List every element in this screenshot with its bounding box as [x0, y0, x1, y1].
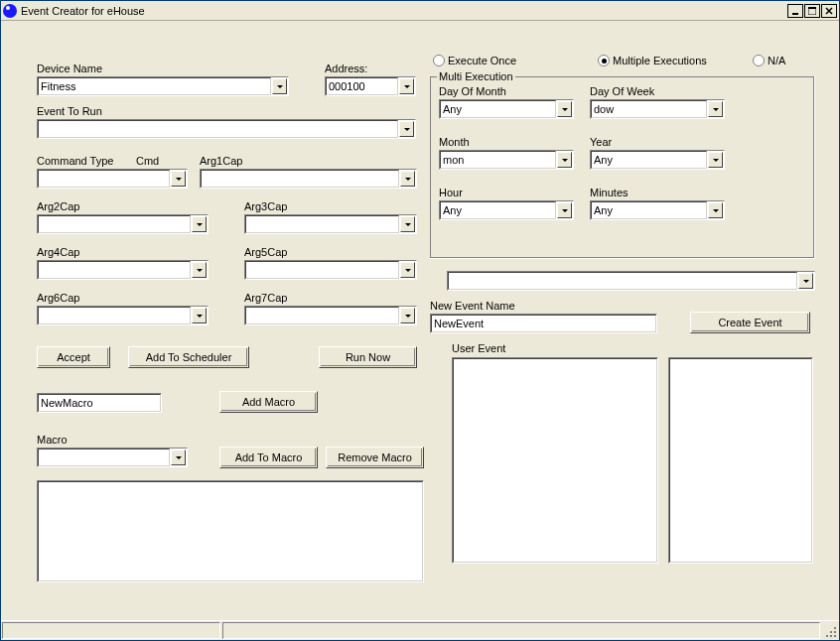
- add-macro-button[interactable]: Add Macro: [219, 391, 318, 413]
- chevron-down-icon[interactable]: [400, 216, 415, 232]
- day-of-month-label: Day Of Month: [439, 85, 506, 97]
- hour-dropdown[interactable]: Any: [439, 200, 574, 220]
- day-of-month-dropdown[interactable]: Any: [439, 99, 574, 119]
- device-name-value: Fitness: [41, 80, 75, 92]
- year-dropdown[interactable]: Any: [590, 150, 725, 170]
- user-event-label: User Event: [452, 342, 505, 354]
- macro-dropdown[interactable]: [37, 448, 188, 467]
- chevron-down-icon[interactable]: [171, 449, 186, 465]
- user-event-list[interactable]: [452, 357, 658, 564]
- titlebar: Event Creator for eHouse: [1, 1, 839, 21]
- svg-rect-2: [808, 7, 816, 9]
- chevron-down-icon[interactable]: [171, 171, 186, 187]
- svg-rect-4: [834, 631, 836, 633]
- new-event-name-input[interactable]: NewEvent: [430, 314, 657, 333]
- arg7-dropdown[interactable]: [244, 306, 417, 325]
- arg2-label: Arg2Cap: [37, 200, 79, 212]
- macro-name-input[interactable]: NewMacro: [37, 393, 162, 413]
- app-window: Event Creator for eHouse Device Name Fit…: [0, 0, 840, 641]
- arg7-label: Arg7Cap: [244, 292, 287, 304]
- remove-macro-button[interactable]: Remove Macro: [326, 447, 424, 468]
- chevron-down-icon[interactable]: [272, 78, 287, 94]
- hour-label: Hour: [439, 187, 463, 198]
- arg2-dropdown[interactable]: [37, 214, 209, 234]
- minutes-dropdown[interactable]: Any: [590, 200, 725, 220]
- arg6-label: Arg6Cap: [37, 292, 79, 304]
- svg-rect-8: [826, 635, 828, 637]
- secondary-list[interactable]: [668, 357, 813, 564]
- radio-icon: [598, 55, 610, 66]
- window-controls: [787, 4, 837, 18]
- svg-rect-7: [830, 631, 832, 633]
- svg-rect-0: [792, 13, 798, 15]
- window-title: Event Creator for eHouse: [21, 5, 787, 17]
- minutes-label: Minutes: [590, 187, 629, 198]
- event-select-dropdown[interactable]: [447, 271, 815, 291]
- address-value: 000100: [329, 80, 365, 92]
- create-event-button[interactable]: Create Event: [690, 312, 810, 333]
- add-to-macro-button[interactable]: Add To Macro: [219, 447, 318, 468]
- accept-button[interactable]: Accept: [37, 346, 110, 368]
- chevron-down-icon[interactable]: [400, 262, 415, 278]
- status-panel-2: [222, 622, 820, 639]
- chevron-down-icon[interactable]: [399, 78, 414, 94]
- arg1-dropdown[interactable]: [200, 169, 417, 189]
- chevron-down-icon[interactable]: [708, 101, 723, 117]
- close-button[interactable]: [821, 4, 837, 18]
- minimize-button[interactable]: [787, 4, 803, 18]
- radio-icon: [433, 55, 445, 66]
- new-event-name-label: New Event Name: [430, 300, 515, 312]
- svg-rect-3: [834, 635, 836, 637]
- client-area: Device Name Fitness Address: 000100 Even…: [1, 21, 839, 620]
- execute-once-radio[interactable]: Execute Once: [433, 55, 516, 66]
- chevron-down-icon[interactable]: [192, 216, 207, 232]
- chevron-down-icon[interactable]: [399, 121, 414, 137]
- run-now-button[interactable]: Run Now: [319, 346, 417, 368]
- macro-list[interactable]: [37, 480, 424, 582]
- arg4-label: Arg4Cap: [37, 246, 79, 258]
- day-of-week-dropdown[interactable]: dow: [590, 99, 725, 119]
- macro-label: Macro: [37, 434, 68, 446]
- command-type-dropdown[interactable]: [37, 169, 188, 189]
- device-name-dropdown[interactable]: Fitness: [37, 76, 289, 96]
- month-dropdown[interactable]: mon: [439, 150, 574, 170]
- arg5-dropdown[interactable]: [244, 260, 417, 280]
- year-label: Year: [590, 136, 612, 148]
- arg1-label: Arg1Cap: [200, 155, 242, 167]
- chevron-down-icon[interactable]: [192, 308, 207, 323]
- arg6-dropdown[interactable]: [37, 306, 209, 325]
- arg5-label: Arg5Cap: [244, 246, 287, 258]
- chevron-down-icon[interactable]: [400, 308, 415, 323]
- address-dropdown[interactable]: 000100: [325, 76, 416, 96]
- chevron-down-icon[interactable]: [798, 273, 813, 289]
- arg4-dropdown[interactable]: [37, 260, 209, 280]
- app-icon: [3, 4, 17, 18]
- chevron-down-icon[interactable]: [708, 202, 723, 218]
- resize-grip-icon[interactable]: [822, 622, 838, 639]
- month-label: Month: [439, 136, 470, 148]
- add-to-scheduler-button[interactable]: Add To Scheduler: [128, 346, 249, 368]
- radio-icon: [753, 55, 765, 66]
- multiple-executions-radio[interactable]: Multiple Executions: [598, 55, 707, 66]
- na-radio[interactable]: N/A: [753, 55, 785, 66]
- multi-execution-title: Multi Execution: [437, 70, 515, 82]
- chevron-down-icon[interactable]: [708, 152, 723, 168]
- chevron-down-icon[interactable]: [400, 171, 415, 187]
- event-to-run-dropdown[interactable]: [37, 119, 416, 139]
- svg-rect-6: [830, 635, 832, 637]
- chevron-down-icon[interactable]: [557, 152, 572, 168]
- chevron-down-icon[interactable]: [557, 202, 572, 218]
- address-label: Address:: [325, 63, 367, 74]
- day-of-week-label: Day Of Week: [590, 85, 654, 97]
- statusbar: [1, 620, 839, 640]
- chevron-down-icon[interactable]: [557, 101, 572, 117]
- event-to-run-label: Event To Run: [37, 105, 102, 117]
- arg3-dropdown[interactable]: [244, 214, 417, 234]
- svg-rect-5: [834, 627, 836, 629]
- device-name-label: Device Name: [37, 63, 102, 74]
- command-type-label: Command Type: [37, 155, 113, 167]
- status-panel-1: [2, 622, 220, 639]
- cmd-label: Cmd: [136, 155, 159, 167]
- chevron-down-icon[interactable]: [192, 262, 207, 278]
- maximize-button[interactable]: [804, 4, 820, 18]
